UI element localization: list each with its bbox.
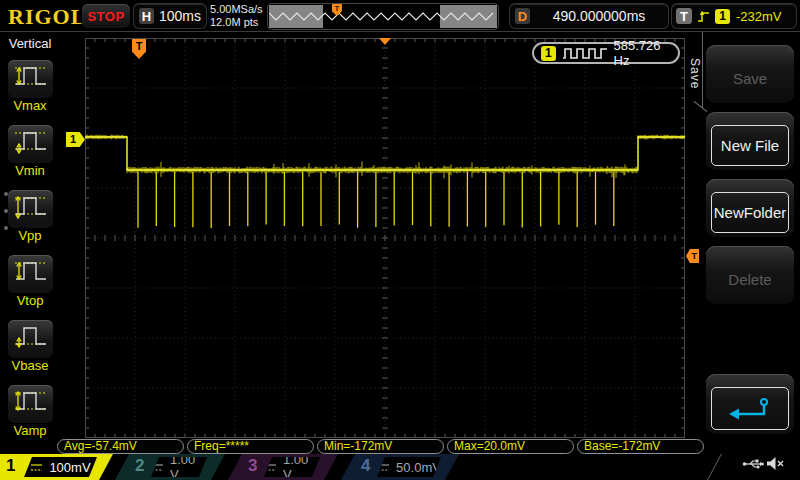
channel2-status[interactable]: 2 1.00 V: [115, 454, 225, 480]
softkey-delete-label: Delete: [711, 259, 789, 300]
softkey-save[interactable]: Save: [706, 45, 794, 103]
usb-icon: [742, 458, 765, 470]
frequency-value: 585.726 Hz: [614, 38, 678, 68]
dc-coupling-icon: [151, 463, 164, 472]
vamp-icon: [12, 388, 49, 421]
softkey-new-file[interactable]: New File: [706, 112, 794, 170]
rising-edge-icon: [697, 8, 710, 24]
menu-tab-line: [702, 32, 703, 108]
measurement-max: Max=20.0mV: [447, 439, 574, 454]
vmin-label: Vmin: [0, 163, 60, 178]
dc-coupling-icon: [264, 463, 277, 472]
scroll-dot: [4, 209, 8, 213]
vtop-label: Vtop: [0, 293, 60, 308]
softkey-delete[interactable]: Delete: [706, 246, 794, 304]
channel2-number: 2: [135, 456, 144, 476]
softkey-new-folder[interactable]: NewFolder: [706, 179, 794, 237]
vtop-button[interactable]: [8, 255, 53, 293]
vamp-label: Vamp: [0, 423, 60, 438]
channel4-number: 4: [361, 456, 370, 476]
trigger-level-value: -232mV: [736, 9, 782, 24]
channel4-value-box: 50.0mV: [377, 457, 441, 477]
channel1-level-marker[interactable]: 1: [66, 132, 85, 147]
square-wave-icon: [562, 46, 608, 60]
channel3-scale: 1.00 V: [283, 452, 320, 480]
return-arrow-icon: [727, 396, 773, 422]
vmin-icon: [12, 128, 49, 161]
channel2-value-box: 1.00 V: [151, 457, 207, 477]
channel3-number: 3: [248, 456, 257, 476]
speaker-muted-icon: [766, 456, 785, 471]
acquisition-info: 5.00MSa/s 12.0M pts: [210, 3, 263, 29]
left-measure-menu: Vertical Vmax Vmin Vpp Vtop Vbase Vamp: [0, 32, 60, 448]
return-arrow-icon-box: [711, 387, 789, 430]
trigger-box: T 1 -232mV: [672, 4, 796, 28]
vmax-button[interactable]: [8, 60, 53, 98]
channel3-value-box: 1.00 V: [264, 457, 320, 477]
vamp-button[interactable]: [8, 385, 53, 423]
delay-box: D 490.000000ms: [510, 4, 668, 28]
measurement-avg: Avg=-57.4mV: [57, 439, 184, 454]
delay-label: D: [515, 8, 530, 24]
run-stop-button[interactable]: STOP: [82, 4, 130, 28]
channel1-value-box: 100mV: [24, 457, 97, 477]
vmax-label: Vmax: [0, 98, 60, 113]
frequency-counter-badge: 1 585.726 Hz: [532, 42, 680, 64]
vmin-button[interactable]: [8, 125, 53, 163]
channel1-status[interactable]: 1 100mV: [0, 454, 113, 480]
softkey-return[interactable]: [706, 374, 794, 434]
softkey-new-file-label: New File: [711, 125, 789, 166]
measurement-freq: Freq=*****: [187, 439, 314, 454]
trigger-level-marker[interactable]: T: [686, 249, 699, 263]
vtop-icon: [12, 258, 49, 291]
softkey-save-label: Save: [711, 58, 789, 99]
channel1-number: 1: [6, 456, 15, 476]
menu-tab-title: Save: [688, 58, 702, 89]
vpp-button[interactable]: [8, 190, 53, 228]
waveform-preview-bar[interactable]: T: [268, 4, 498, 29]
vpp-label: Vpp: [0, 228, 60, 243]
channel1-scale: 100mV: [49, 460, 90, 475]
rigol-logo: RIGOL: [8, 4, 86, 30]
vbase-label: Vbase: [0, 358, 60, 373]
delay-center-marker-icon: [379, 38, 391, 45]
channel4-status[interactable]: 4 50.0mV: [341, 454, 459, 480]
channel3-status[interactable]: 3 1.00 V: [228, 454, 338, 480]
channel2-scale: 1.00 V: [170, 452, 207, 480]
top-status-bar: RIGOL STOP H 100ms 5.00MSa/s 12.0M pts T…: [0, 0, 800, 32]
channel4-scale: 50.0mV: [396, 460, 441, 475]
vpp-icon: [12, 193, 49, 226]
vbase-button[interactable]: [8, 320, 53, 358]
delay-value: 490.000000ms: [530, 8, 668, 24]
horizontal-timebase-box: H 100ms: [134, 4, 206, 28]
preview-wave: [269, 4, 497, 29]
softkey-new-folder-label: NewFolder: [711, 192, 789, 233]
vmax-icon: [12, 63, 49, 96]
channel-status-bar: 1 100mV 2 1.00 V 3 1.00 V 4 50.0mV: [0, 454, 800, 480]
waveform-display: [85, 38, 685, 438]
scroll-dot: [4, 226, 8, 230]
left-menu-title: Vertical: [0, 36, 60, 51]
memory-depth: 12.0M pts: [210, 16, 263, 29]
timebase-value: 100ms: [154, 8, 206, 24]
scroll-dot: [4, 192, 8, 196]
measurement-base: Base=-172mV: [577, 439, 704, 454]
dc-coupling-icon: [30, 463, 43, 472]
trigger-label: T: [676, 8, 692, 24]
measurement-min: Min=-172mV: [317, 439, 444, 454]
menu-tab-notch: [693, 101, 707, 112]
dc-coupling-icon: [377, 463, 390, 472]
sample-rate: 5.00MSa/s: [210, 3, 263, 16]
horizontal-label: H: [139, 8, 154, 24]
trigger-source-chip: 1: [715, 9, 730, 24]
vbase-icon: [12, 323, 49, 356]
freq-source-chip: 1: [541, 46, 556, 61]
